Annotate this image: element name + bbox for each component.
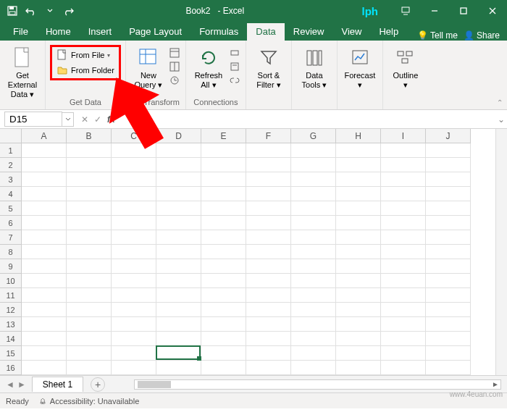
cell[interactable] [246, 361, 291, 375]
cell[interactable] [22, 317, 67, 332]
new-query-button[interactable]: New Query ▾ [130, 45, 167, 91]
cell[interactable] [156, 274, 201, 288]
cancel-formula-icon[interactable]: ✕ [81, 114, 88, 125]
cell[interactable] [156, 259, 201, 274]
cell[interactable] [381, 143, 426, 158]
cell[interactable] [67, 346, 112, 361]
tab-help[interactable]: Help [370, 23, 407, 41]
from-file-button[interactable]: From File ▾ [54, 48, 117, 62]
column-header[interactable]: B [67, 129, 112, 143]
cell[interactable] [156, 317, 201, 332]
cell[interactable] [156, 361, 201, 375]
cell[interactable] [426, 346, 471, 361]
cell[interactable] [291, 361, 336, 375]
tab-page-layout[interactable]: Page Layout [120, 23, 190, 41]
cell[interactable] [381, 158, 426, 172]
edit-links-icon[interactable] [228, 74, 241, 87]
cell[interactable] [336, 259, 381, 274]
cell[interactable] [112, 361, 156, 375]
cell[interactable] [336, 245, 381, 259]
cell[interactable] [336, 288, 381, 303]
cell[interactable] [291, 274, 336, 288]
cell[interactable] [22, 230, 67, 245]
connections-icon[interactable] [228, 46, 241, 59]
cell[interactable] [246, 187, 291, 201]
cell[interactable] [156, 158, 201, 172]
cell[interactable] [291, 216, 336, 230]
cell[interactable] [336, 317, 381, 332]
row-header[interactable]: 6 [0, 216, 22, 230]
row-header[interactable]: 4 [0, 187, 22, 201]
cell[interactable] [201, 187, 246, 201]
cell[interactable] [156, 143, 201, 158]
cell[interactable] [156, 303, 201, 317]
cell[interactable] [112, 317, 156, 332]
cell[interactable] [426, 288, 471, 303]
outline-button[interactable]: Outline ▾ [387, 45, 424, 91]
cell[interactable] [22, 274, 67, 288]
sheet-nav-prev-icon[interactable]: ◄ [6, 379, 14, 390]
cell[interactable] [426, 187, 471, 201]
cell[interactable] [201, 288, 246, 303]
recent-sources-icon[interactable] [168, 74, 181, 87]
cell[interactable] [246, 274, 291, 288]
cell[interactable] [112, 346, 156, 361]
cell[interactable] [426, 245, 471, 259]
cell[interactable] [156, 288, 201, 303]
cell[interactable] [201, 230, 246, 245]
cell[interactable] [246, 216, 291, 230]
from-table-icon[interactable] [168, 60, 181, 73]
cell[interactable] [246, 230, 291, 245]
cell[interactable] [67, 303, 112, 317]
expand-formula-bar-icon[interactable]: ⌄ [495, 114, 507, 125]
cell[interactable] [381, 303, 426, 317]
cell[interactable] [67, 288, 112, 303]
row-header[interactable]: 12 [0, 303, 22, 317]
share-button[interactable]: 👤Share [464, 30, 500, 41]
redo-icon[interactable] [61, 3, 77, 19]
cell[interactable] [426, 201, 471, 216]
undo-icon[interactable] [23, 3, 39, 19]
cell[interactable] [426, 143, 471, 158]
cell[interactable] [201, 216, 246, 230]
cell[interactable] [112, 288, 156, 303]
cell[interactable] [291, 288, 336, 303]
cell[interactable] [201, 172, 246, 187]
cell[interactable] [336, 216, 381, 230]
data-tools-button[interactable]: Data Tools ▾ [296, 45, 332, 91]
cell[interactable] [67, 332, 112, 346]
row-header[interactable]: 16 [0, 361, 22, 375]
cell[interactable] [246, 201, 291, 216]
properties-icon[interactable] [228, 60, 241, 73]
cell[interactable] [336, 158, 381, 172]
cell[interactable] [246, 303, 291, 317]
cell[interactable] [156, 346, 201, 361]
cell[interactable] [381, 259, 426, 274]
row-header[interactable]: 7 [0, 230, 22, 245]
cell[interactable] [291, 230, 336, 245]
cell[interactable] [22, 346, 67, 361]
cell[interactable] [201, 201, 246, 216]
cell[interactable] [112, 172, 156, 187]
add-sheet-button[interactable]: + [91, 377, 105, 392]
scroll-right-icon[interactable]: ► [490, 380, 500, 388]
cell[interactable] [156, 172, 201, 187]
column-header[interactable]: H [336, 129, 381, 143]
cell[interactable] [381, 317, 426, 332]
cell[interactable] [381, 216, 426, 230]
cell[interactable] [381, 346, 426, 361]
cell[interactable] [246, 332, 291, 346]
vertical-scrollbar[interactable] [495, 129, 507, 375]
row-header[interactable]: 3 [0, 172, 22, 187]
cell[interactable] [67, 361, 112, 375]
cell[interactable] [291, 143, 336, 158]
tab-home[interactable]: Home [37, 23, 80, 41]
cell[interactable] [246, 259, 291, 274]
cell[interactable] [426, 230, 471, 245]
cell[interactable] [336, 172, 381, 187]
cell[interactable] [336, 361, 381, 375]
cell[interactable] [426, 274, 471, 288]
cell[interactable] [156, 201, 201, 216]
spreadsheet-grid[interactable]: ABCDEFGHIJ 12345678910111213141516 [0, 129, 507, 375]
cell[interactable] [112, 230, 156, 245]
